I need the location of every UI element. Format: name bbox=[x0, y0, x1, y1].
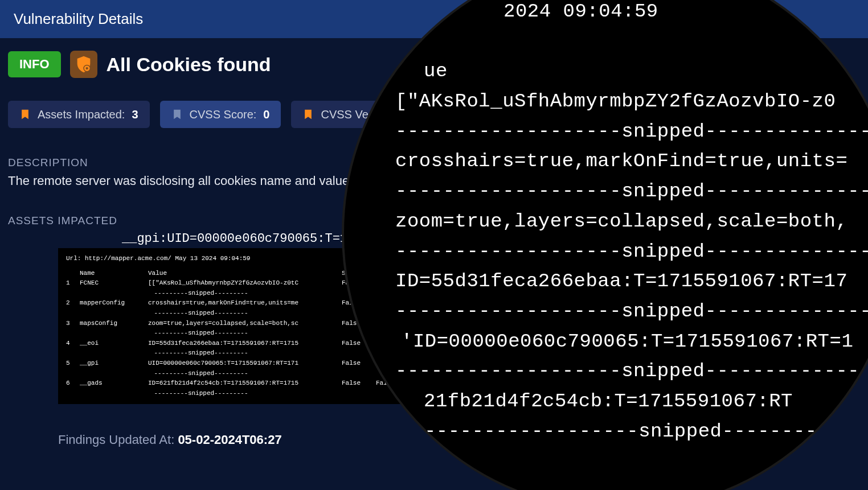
assets-impacted-label: Assets Impacted: bbox=[38, 108, 125, 121]
magnifier-line: 'ID=00000e060c790065:T=1715591067:RT=1 bbox=[378, 327, 868, 357]
magnifier-line: -------------------snipped-------- bbox=[378, 417, 868, 447]
magnifier-line: zoom=true,layers=collapsed,scale=both, bbox=[378, 207, 868, 237]
terminal-row: 5__gpiUID=00000e060c790065:T=1715591067:… bbox=[66, 359, 412, 369]
terminal-row: 4__eoiID=55d31feca266ebaa:T=1715591067:R… bbox=[66, 339, 412, 349]
magnifier-line: -------------------snipped-------------- bbox=[378, 297, 868, 327]
magnifier-content: 2024 09:04:59 ue["AKsRol_uSfhAbmyrmbpZY2… bbox=[344, 0, 868, 446]
magnifier-line: ID=55d31feca266ebaa:T=1715591067:RT=17 bbox=[378, 266, 868, 297]
magnifier-line: -------------------snipped-------------- bbox=[378, 356, 868, 386]
svg-point-1 bbox=[85, 67, 88, 69]
magnifier-line: -------------------snipped-------------- bbox=[378, 237, 868, 267]
magnifier-line bbox=[378, 27, 868, 57]
shield-gear-icon bbox=[70, 51, 97, 78]
severity-badge: INFO bbox=[8, 51, 61, 77]
magnifier-line: 21fb21d4f2c54cb:T=1715591067:RT bbox=[378, 386, 868, 417]
magnifier-line: ["AKsRol_uSfhAbmyrmbpZY2fGzAozvbIO-z0 bbox=[378, 87, 868, 117]
assets-impacted-chip[interactable]: Assets Impacted: 3 bbox=[8, 101, 150, 128]
assets-impacted-value: 3 bbox=[132, 108, 138, 121]
cvss-score-value: 0 bbox=[263, 108, 269, 121]
bookmark-icon bbox=[302, 108, 314, 121]
col-name: Name bbox=[80, 269, 142, 279]
magnifier-line: -------------------snipped-------------- bbox=[378, 117, 868, 147]
cvss-score-chip[interactable]: CVSS Score: 0 bbox=[160, 101, 281, 128]
vulnerability-title: All Cookies found bbox=[107, 53, 271, 76]
cvss-score-label: CVSS Score: bbox=[190, 108, 257, 121]
findings-value: 05-02-2024T06:27 bbox=[178, 433, 281, 447]
magnifier-overlay: 2024 09:04:59 ue["AKsRol_uSfhAbmyrmbpZY2… bbox=[342, 0, 868, 490]
magnifier-line: crosshairs=true,markOnFind=true,units= bbox=[378, 146, 868, 176]
magnifier-line: ue bbox=[378, 56, 868, 87]
shield-icon bbox=[74, 55, 93, 74]
col-value: Value bbox=[148, 269, 336, 279]
bookmark-icon bbox=[171, 108, 183, 121]
findings-label: Findings Updated At: bbox=[58, 433, 174, 447]
magnifier-line: -------------------snipped-------------- bbox=[378, 176, 868, 207]
terminal-row: 6__gadsID=621fb21d4f2c54cb:T=1715591067:… bbox=[66, 378, 412, 389]
bookmark-icon bbox=[19, 108, 31, 121]
page-header-title: Vulnerability Details bbox=[14, 10, 143, 27]
